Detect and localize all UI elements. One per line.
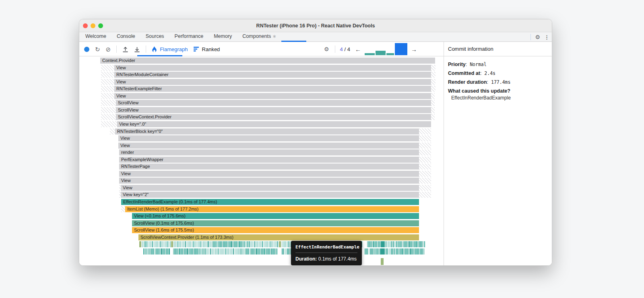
flame-bar-tiny[interactable] (154, 241, 155, 247)
flame-bar-tiny[interactable] (248, 248, 249, 255)
commit-selector-chart[interactable] (364, 43, 408, 55)
flame-bar-tiny[interactable] (167, 241, 168, 247)
flame-bar-tiny[interactable] (273, 248, 274, 255)
flame-bar-tiny[interactable] (188, 248, 189, 255)
flame-bar-tiny[interactable] (401, 248, 402, 255)
commit-bar-slot[interactable] (364, 43, 375, 55)
flame-bar-tiny[interactable] (258, 241, 259, 247)
flame-bar-tiny[interactable] (378, 241, 379, 247)
previous-commit-arrow-icon[interactable]: ← (355, 46, 361, 52)
flame-bar-tiny[interactable] (232, 248, 233, 255)
flame-bar-tiny[interactable] (163, 248, 163, 255)
flame-bar-tiny[interactable] (244, 248, 244, 255)
flame-bar-tiny[interactable] (214, 248, 215, 255)
flame-bar-tiny[interactable] (420, 248, 421, 255)
profiler-settings-gear-icon[interactable]: ⚙ (324, 46, 329, 52)
flame-bar-tiny[interactable] (386, 248, 386, 255)
flame-bar-tiny[interactable] (186, 248, 186, 255)
flame-bar-tiny[interactable] (257, 241, 258, 247)
flame-bar-tiny[interactable] (222, 248, 223, 255)
tab-components[interactable]: Components⚛ (237, 32, 281, 42)
flame-bar-tiny[interactable] (230, 241, 231, 247)
flame-bar-tiny[interactable] (274, 241, 275, 247)
flame-bar-tiny[interactable] (396, 248, 397, 255)
flame-bar-tiny[interactable] (260, 241, 260, 247)
flame-bar-tiny[interactable] (218, 248, 219, 255)
flame-bar-tiny[interactable] (210, 241, 211, 247)
tab-memory[interactable]: Memory (208, 32, 237, 42)
flame-bar-tiny[interactable] (270, 248, 271, 255)
flame-bar-tiny[interactable] (237, 241, 238, 247)
flame-bar-tiny[interactable] (192, 241, 192, 247)
flame-bar-tiny[interactable] (206, 248, 207, 255)
flame-bar-tiny[interactable] (277, 241, 278, 247)
flame-bar-tiny[interactable] (159, 248, 159, 255)
upload-profile-icon[interactable] (122, 46, 128, 52)
flame-bar-tiny[interactable] (242, 241, 242, 247)
flame-bar-tiny[interactable] (206, 241, 206, 247)
flame-bar[interactable]: ScrollView (0.1ms of 175.6ms) (132, 220, 419, 226)
flame-bar[interactable]: RNTesterExampleFilter (114, 86, 431, 92)
flame-bar-tiny[interactable] (367, 241, 368, 247)
flame-bar[interactable]: ScrollViewContext.Provider (116, 114, 431, 120)
flame-bar-tiny[interactable] (410, 241, 411, 247)
flame-bar-tiny[interactable] (284, 241, 285, 247)
flame-bar-tiny[interactable] (228, 248, 229, 255)
flame-bar-tiny[interactable] (374, 248, 374, 255)
flame-bar-tiny[interactable] (161, 248, 162, 255)
flame-bar-tiny[interactable] (417, 248, 418, 255)
flame-bar-tiny[interactable] (184, 241, 185, 247)
flame-bar[interactable]: View key="2" (121, 192, 419, 198)
flame-bar-tiny[interactable] (270, 241, 270, 247)
flame-bar-tiny[interactable] (254, 241, 255, 247)
flame-bar[interactable]: View (121, 185, 419, 191)
flame-bar-tiny[interactable] (405, 241, 406, 247)
flame-bar-tiny[interactable] (160, 248, 161, 255)
flame-bar-tiny[interactable] (406, 241, 407, 247)
flame-bar-tiny[interactable] (411, 248, 412, 255)
flame-bar-tiny[interactable] (178, 248, 179, 255)
flame-bar-tiny[interactable] (256, 248, 257, 255)
flame-bar-tiny[interactable] (424, 248, 425, 255)
flame-bar[interactable]: ScrollView (116, 100, 431, 106)
record-button[interactable] (84, 47, 89, 52)
flame-bar-tiny[interactable] (223, 248, 224, 255)
flame-bar-tiny[interactable] (262, 248, 263, 255)
flame-bar-tiny[interactable] (265, 248, 266, 255)
flame-bar-tiny[interactable] (264, 241, 264, 247)
flame-bar-tiny[interactable] (242, 248, 243, 255)
flame-bar-tiny[interactable] (395, 241, 396, 247)
flame-bar-tiny[interactable] (183, 248, 184, 255)
flame-bar[interactable]: ScrollViewContext.Provider (1.1ms of 173… (138, 234, 419, 240)
flame-bar[interactable]: View (114, 65, 431, 71)
flame-bar-tiny[interactable] (175, 248, 176, 255)
flame-bar-tiny[interactable] (190, 241, 191, 247)
flame-bar-tiny[interactable] (163, 241, 163, 247)
flame-bar-tiny[interactable] (198, 248, 199, 255)
flame-bar-tiny[interactable] (188, 241, 189, 247)
flame-bar-tiny[interactable] (390, 241, 390, 247)
flame-bar-tiny[interactable] (421, 248, 422, 255)
flame-bar-tiny[interactable] (194, 241, 195, 247)
flame-bar-tiny[interactable] (185, 241, 186, 247)
flame-bar-tiny[interactable] (402, 241, 403, 247)
flame-bar-tiny[interactable] (398, 241, 399, 247)
flame-bar-tiny[interactable] (381, 241, 385, 247)
flame-bar[interactable]: EffectInRenderBadExample (0.1ms of 177.4… (121, 199, 419, 205)
flame-bar[interactable]: View key=".0" (117, 121, 431, 127)
flame-bar-tiny[interactable] (202, 248, 203, 255)
flame-bar-tiny[interactable] (147, 241, 148, 247)
flame-bar-tiny[interactable] (166, 241, 167, 247)
flame-bar-tiny[interactable] (282, 241, 283, 247)
flame-bar[interactable]: RNTesterModuleContainer (114, 72, 431, 78)
flame-bar-tiny[interactable] (271, 248, 272, 255)
flame-bar-tiny[interactable] (152, 248, 153, 255)
flame-bar-tiny[interactable] (147, 248, 148, 255)
flame-bar-tiny[interactable] (233, 241, 233, 247)
flame-bar-tiny[interactable] (251, 241, 252, 247)
flame-bar-tiny[interactable] (287, 241, 287, 247)
flame-bar-tiny[interactable] (235, 241, 236, 247)
flame-bar-tiny[interactable] (222, 241, 223, 247)
flame-bar-tiny[interactable] (366, 248, 367, 255)
flame-bar-tiny[interactable] (193, 248, 194, 255)
